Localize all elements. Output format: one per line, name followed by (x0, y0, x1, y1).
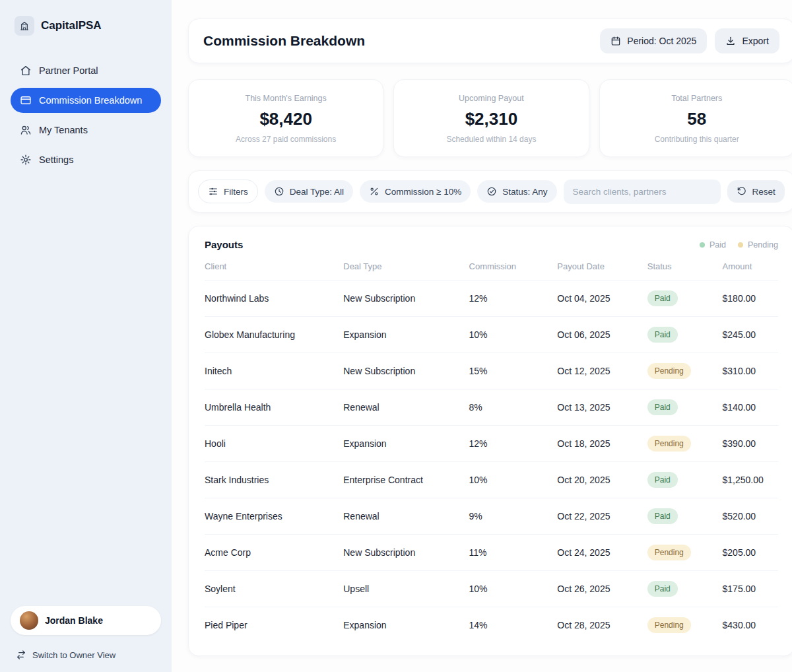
cell-status: Paid (647, 399, 723, 415)
cell-status: Pending (647, 545, 723, 560)
sidebar-item-label: Commission Breakdown (39, 95, 142, 106)
sidebar-item-partner-portal[interactable]: Partner Portal (11, 58, 161, 83)
cell-client: Initech (205, 366, 343, 376)
stat-label: Total Partners (607, 94, 787, 103)
stat-card-upcoming-payout: Upcoming Payout $2,310 Scheduled within … (393, 79, 589, 157)
swap-icon (16, 650, 26, 660)
cell-amount: $175.00 (723, 584, 778, 594)
app-name: CapitalPSA (41, 19, 102, 32)
status-badge: Paid (647, 472, 678, 488)
cell-deal-type: Expansion (343, 620, 469, 630)
column-header-deal-type: Deal Type (343, 250, 469, 280)
filters-button[interactable]: Filters (198, 180, 258, 203)
filter-bar: Filters Deal Type: All Commission ≥ 10% … (188, 170, 792, 213)
cell-commission: 12% (469, 293, 558, 304)
search-input[interactable] (564, 180, 721, 204)
sidebar-item-commission-breakdown[interactable]: Commission Breakdown (11, 88, 161, 113)
cell-amount: $205.00 (723, 547, 778, 558)
cell-deal-type: New Subscription (343, 293, 469, 304)
cell-payout-date: Oct 26, 2025 (557, 584, 647, 594)
cell-status: Paid (647, 327, 723, 343)
stat-value: $2,310 (401, 109, 581, 129)
cell-status: Paid (647, 290, 723, 306)
stat-card-total-partners: Total Partners 58 Contributing this quar… (599, 79, 792, 157)
deal-type-filter-label: Deal Type: All (290, 187, 344, 197)
home-icon (20, 65, 32, 77)
cell-client: Stark Industries (205, 475, 343, 485)
period-selector-button[interactable]: Period: Oct 2025 (600, 28, 707, 53)
column-header-payout-date: Payout Date (557, 250, 647, 280)
cell-amount: $430.00 (723, 620, 778, 630)
cell-commission: 15% (469, 366, 558, 376)
table-row: Soylent Upsell 10% Oct 26, 2025 Paid $17… (205, 570, 778, 607)
legend-pending-label: Pending (748, 240, 778, 250)
deal-type-filter-chip[interactable]: Deal Type: All (265, 180, 353, 203)
table-row: Initech New Subscription 15% Oct 12, 202… (205, 353, 778, 389)
stat-value: 58 (607, 109, 787, 129)
sidebar-item-my-tenants[interactable]: My Tenants (11, 118, 161, 143)
cell-client: Umbrella Health (205, 402, 343, 413)
status-filter-chip[interactable]: Status: Any (477, 180, 556, 203)
reset-icon (737, 186, 747, 197)
sidebar-item-settings[interactable]: Settings (11, 147, 161, 172)
stat-value: $8,420 (195, 109, 376, 129)
pending-dot (738, 242, 743, 248)
commission-filter-chip[interactable]: Commission ≥ 10% (360, 180, 471, 203)
table-row: Acme Corp New Subscription 11% Oct 24, 2… (205, 534, 778, 570)
percent-icon (369, 186, 380, 197)
status-badge: Paid (647, 327, 678, 343)
cell-payout-date: Oct 13, 2025 (557, 402, 647, 413)
gear-icon (20, 154, 32, 166)
download-icon (725, 36, 736, 46)
status-badge: Paid (647, 508, 678, 524)
building-icon (15, 16, 34, 36)
reset-filters-button[interactable]: Reset (727, 180, 785, 203)
check-circle-icon (486, 186, 497, 197)
header-actions: Period: Oct 2025 Export (600, 28, 779, 53)
cell-client: Pied Piper (205, 620, 343, 630)
cell-status: Paid (647, 508, 723, 524)
cell-payout-date: Oct 12, 2025 (557, 366, 647, 376)
stat-subtext: Across 27 paid commissions (195, 135, 376, 144)
cell-amount: $520.00 (723, 511, 778, 521)
cell-commission: 12% (469, 438, 558, 449)
page-title: Commission Breakdown (203, 33, 365, 49)
cell-commission: 10% (469, 584, 558, 594)
payouts-card-header: Payouts Paid Pending (205, 239, 778, 250)
cell-deal-type: New Subscription (343, 366, 469, 376)
table-row: Globex Manufacturing Expansion 10% Oct 0… (205, 316, 778, 353)
legend-paid: Paid (700, 240, 726, 250)
payouts-card: Payouts Paid Pending Client Deal Type Co… (188, 226, 792, 656)
cell-deal-type: Renewal (343, 402, 469, 413)
user-profile-card[interactable]: Jordan Blake (11, 606, 161, 635)
cell-payout-date: Oct 28, 2025 (557, 620, 647, 630)
cell-payout-date: Oct 04, 2025 (557, 293, 647, 304)
cell-commission: 8% (469, 402, 558, 413)
stat-label: Upcoming Payout (401, 94, 581, 103)
sidebar-item-label: My Tenants (39, 125, 88, 135)
status-filter-label: Status: Any (502, 187, 547, 197)
cell-commission: 10% (469, 329, 558, 340)
status-badge: Paid (647, 290, 678, 306)
reset-label: Reset (752, 187, 776, 197)
legend-pending: Pending (738, 240, 778, 250)
table-row: Northwind Labs New Subscription 12% Oct … (205, 280, 778, 316)
card-icon (20, 94, 32, 106)
sidebar-item-label: Partner Portal (39, 65, 98, 76)
export-button[interactable]: Export (715, 28, 779, 53)
cell-amount: $310.00 (723, 366, 778, 376)
status-legend: Paid Pending (700, 240, 778, 250)
column-header-status: Status (647, 250, 723, 280)
cell-amount: $180.00 (723, 293, 778, 304)
status-badge: Pending (647, 363, 691, 379)
cell-client: Hooli (205, 438, 343, 449)
page-header: Commission Breakdown Period: Oct 2025 Ex… (188, 18, 792, 63)
users-icon (20, 124, 32, 136)
switch-to-owner-view-button[interactable]: Switch to Owner View (11, 650, 161, 660)
filters-label: Filters (224, 187, 248, 197)
cell-deal-type: New Subscription (343, 547, 469, 558)
period-label: Period: Oct 2025 (627, 36, 696, 46)
cell-amount: $245.00 (723, 329, 778, 340)
stat-subtext: Contributing this quarter (607, 135, 787, 144)
cell-client: Acme Corp (205, 547, 343, 558)
